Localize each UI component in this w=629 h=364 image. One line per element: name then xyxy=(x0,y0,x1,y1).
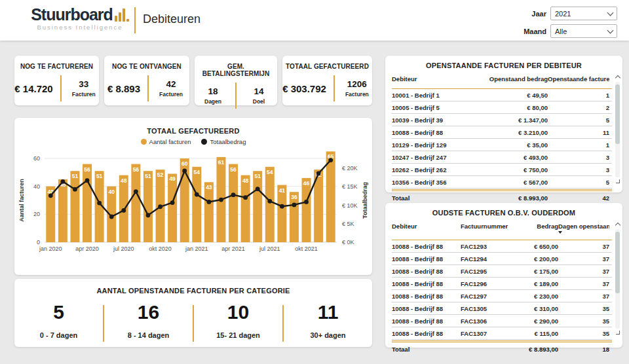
line-point-jul-2021[interactable] xyxy=(267,199,272,204)
table-row[interactable]: 10088 - Bedrijf 88€ 3.210,0011 xyxy=(392,126,612,139)
category-label: 8 - 14 dagen xyxy=(128,331,170,339)
bar-value-label: 54 xyxy=(267,169,273,175)
line-point-okt-2020[interactable] xyxy=(158,204,162,209)
bar-feb-2021[interactable] xyxy=(204,182,214,242)
column-header-openstaande-facturen[interactable]: Openstaande facturen xyxy=(548,75,609,82)
column-header-factuurnummer[interactable]: Factuurnummer xyxy=(461,223,514,230)
table-row[interactable]: 10088 - Bedrijf 88FAC1307€ 115,0035 xyxy=(392,327,612,340)
line-point-feb-2020[interactable] xyxy=(60,179,65,184)
table-row[interactable]: 10088 - Bedrijf 88FAC1297€ 230,0037 xyxy=(392,290,612,302)
table-cell: € 189,00 xyxy=(514,280,558,287)
table-row[interactable]: 10001 - Bedrijf 1€ 49,501 xyxy=(392,89,612,101)
table-cell: FAC1305 xyxy=(461,305,514,312)
line-point-nov-2021[interactable] xyxy=(316,172,321,176)
line-point-aug-2020[interactable] xyxy=(134,189,138,194)
line-point-mrt-2020[interactable] xyxy=(73,187,77,192)
line-point-sep-2021[interactable] xyxy=(292,203,297,208)
bar-sep-2020[interactable] xyxy=(143,171,153,242)
line-point-jul-2020[interactable] xyxy=(121,208,126,213)
table-row[interactable]: 10262 - Bedrijf 262€ 750,003 xyxy=(392,164,612,176)
bar-jan-2021[interactable] xyxy=(192,167,201,242)
column-header-bedrag[interactable]: Bedrag xyxy=(514,223,558,230)
line-point-jan-2020[interactable] xyxy=(48,193,53,198)
line-point-dec-2021[interactable] xyxy=(328,158,333,162)
table-row[interactable]: 10088 - Bedrijf 88FAC1293€ 650,0037 xyxy=(392,240,612,253)
table-cell: 37 xyxy=(558,293,609,300)
table-row[interactable]: 10039 - Bedrijf 39€ 1.347,005 xyxy=(392,114,612,126)
right-axis-tick: € 15K xyxy=(342,183,358,190)
table-row[interactable]: 10356 - Bedrijf 356€ 567,005 xyxy=(392,176,612,189)
kpi-left-value: € 303.792 xyxy=(282,83,326,94)
category-item-4[interactable]: 1130+ dagen xyxy=(284,301,372,342)
column-header-debiteur[interactable]: Debiteur xyxy=(392,75,485,82)
bar-mrt-2020[interactable] xyxy=(70,171,79,242)
column-header-debiteur[interactable]: Debiteur xyxy=(392,223,461,230)
bar-jun-2021[interactable] xyxy=(253,171,262,242)
table-row[interactable]: 10088 - Bedrijf 88FAC1296€ 189,0037 xyxy=(392,278,612,290)
bar-mei-2021[interactable] xyxy=(241,175,250,242)
table-cell: 10088 - Bedrijf 88 xyxy=(392,255,461,263)
category-item-1[interactable]: 50 - 7 dagen xyxy=(14,301,103,342)
bar-dec-2021[interactable] xyxy=(326,151,335,242)
x-axis-tick: apr 2020 xyxy=(75,246,99,252)
sort-descending-icon xyxy=(558,231,562,234)
bar-okt-2021[interactable] xyxy=(302,178,311,242)
line-point-feb-2021[interactable] xyxy=(206,200,211,204)
line-point-jun-2021[interactable] xyxy=(256,187,260,191)
column-header-dagen-openstaand[interactable]: Dagen openstaand xyxy=(558,223,609,234)
table-row[interactable]: 10088 - Bedrijf 88FAC1295€ 175,0037 xyxy=(392,265,612,278)
category-item-2[interactable]: 168 - 14 dagen xyxy=(104,301,193,342)
filter-dropdown-jaar[interactable]: 2021 xyxy=(550,7,617,20)
line-point-okt-2021[interactable] xyxy=(304,200,309,204)
kpi-title: NOG TE ONTVANGEN xyxy=(104,63,189,70)
table-cell: 10039 - Bedrijf 39 xyxy=(392,117,485,124)
table-scrollbar[interactable] xyxy=(614,222,621,335)
line-point-dec-2020[interactable] xyxy=(182,169,187,173)
legend-item-aantal-facturen[interactable]: Aantal facturen xyxy=(141,138,191,145)
filter-dropdown-maand[interactable]: Alle xyxy=(550,24,617,38)
bar-apr-2021[interactable] xyxy=(229,164,238,242)
kpi-gold-divider xyxy=(60,75,62,101)
table-cell: 10088 - Bedrijf 88 xyxy=(392,318,461,325)
table-cell: 11 xyxy=(548,129,609,136)
line-point-mrt-2021[interactable] xyxy=(219,198,223,202)
legend-item-totaalbedrag[interactable]: Totaalbedrag xyxy=(201,138,246,145)
bar-aug-2021[interactable] xyxy=(277,185,286,242)
table-row[interactable]: 10129 - Bedrijf 129€ 35,001 xyxy=(392,139,612,151)
scroll-down-icon xyxy=(616,179,620,183)
bar-aug-2020[interactable] xyxy=(131,164,140,242)
category-label: 15- 21 dagen xyxy=(216,331,260,339)
bar-jul-2021[interactable] xyxy=(265,167,275,242)
line-point-mei-2020[interactable] xyxy=(97,201,102,206)
table-row[interactable]: 10005 - Bedrijf 5€ 80,002 xyxy=(392,101,612,114)
line-point-apr-2021[interactable] xyxy=(231,192,236,197)
bar-apr-2020[interactable] xyxy=(83,164,92,242)
line-point-jan-2021[interactable] xyxy=(195,192,199,197)
filter-row-jaar: Jaar2021 xyxy=(524,7,617,20)
table-cell: 2 xyxy=(548,104,609,111)
line-point-sep-2020[interactable] xyxy=(146,213,151,217)
table-row[interactable]: 10088 - Bedrijf 88FAC1294€ 200,0037 xyxy=(392,253,612,265)
category-item-3[interactable]: 1015- 21 dagen xyxy=(194,301,282,342)
line-point-jun-2020[interactable] xyxy=(109,215,114,219)
table-row[interactable]: 10247 - Bedrijf 247€ 493,003 xyxy=(392,151,612,164)
kpi-value: € 8.893 xyxy=(107,83,140,94)
bar-nov-2020[interactable] xyxy=(168,173,177,242)
bar-value-label: 56 xyxy=(230,166,237,173)
table-row[interactable]: 10088 - Bedrijf 88FAC1305€ 310,0035 xyxy=(392,302,612,315)
column-header-openstaand-bedrag[interactable]: Openstaand bedrag xyxy=(485,75,548,82)
table-row[interactable]: 10088 - Bedrijf 88FAC1306€ 290,0035 xyxy=(392,315,612,327)
bar-feb-2020[interactable] xyxy=(58,179,67,242)
kpi-title: GEM. BETALINGSTERMIJN xyxy=(195,63,277,77)
legend-label: Aantal facturen xyxy=(149,138,191,145)
table-scrollbar[interactable] xyxy=(614,75,621,183)
bar-value-label: 48 xyxy=(121,177,127,184)
kpi-body: 18Dagen14Doel xyxy=(195,82,277,109)
line-point-mei-2021[interactable] xyxy=(243,195,248,200)
line-point-aug-2021[interactable] xyxy=(280,204,284,209)
line-point-nov-2020[interactable] xyxy=(170,200,175,205)
openstaande-facturen-table: DebiteurOpenstaand bedragOpenstaande fac… xyxy=(385,73,622,205)
line-point-apr-2020[interactable] xyxy=(85,178,90,183)
table-cell: FAC1296 xyxy=(461,280,514,287)
bar-value-label: 51 xyxy=(96,173,103,179)
